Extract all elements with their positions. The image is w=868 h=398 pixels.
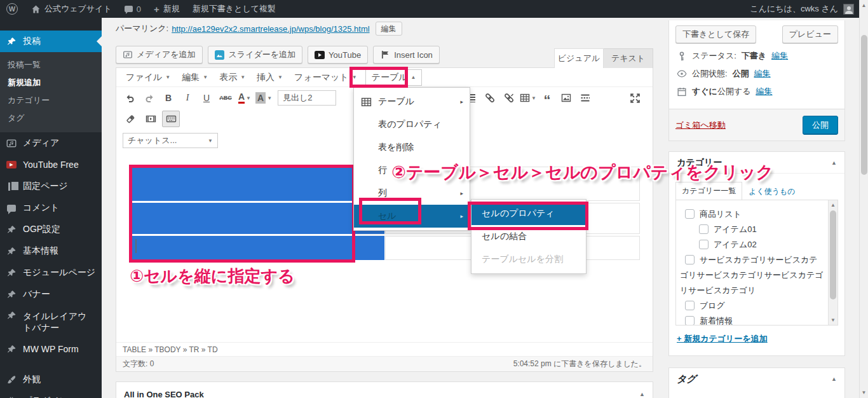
heading-format-select[interactable]: 見出し2: [278, 90, 336, 106]
menu-file[interactable]: ファイル▼: [120, 69, 176, 86]
scroll-down-icon[interactable]: ▼: [860, 390, 868, 395]
user-greeting[interactable]: こんにちは、cwks さん: [750, 3, 838, 15]
category-checkbox-item[interactable]: アイテム01: [680, 222, 825, 237]
sidebar-item-add-new[interactable]: 新規追加: [0, 74, 102, 92]
permalink-url[interactable]: http://ae129ev2x2.smartrelease.jp/wps/bl…: [172, 24, 369, 34]
insert-link-button[interactable]: [481, 90, 499, 106]
insert-image-button[interactable]: [557, 90, 575, 106]
undo-button[interactable]: [121, 90, 139, 106]
tab-visual[interactable]: ビジュアル: [554, 48, 604, 68]
sidebar-item-tile-layout-banner[interactable]: タイルレイアウトバナー: [0, 305, 102, 338]
strikethrough-button[interactable]: ABC: [217, 90, 234, 106]
scrollbar-thumb[interactable]: [830, 210, 836, 299]
fullscreen-button[interactable]: [626, 90, 644, 106]
checkbox-icon[interactable]: [699, 240, 709, 249]
sidebar-item-basic-info[interactable]: 基本情報: [0, 240, 102, 262]
collapse-toggle-icon[interactable]: ▲: [831, 160, 837, 166]
category-checkbox-item[interactable]: サービスカテゴリサービスカテゴリサービスカテゴリサービスカテゴリサービスカテゴリ: [680, 252, 825, 298]
tab-all-categories[interactable]: カテゴリー一覧: [675, 182, 742, 200]
sidebar-item-comments[interactable]: コメント: [0, 197, 102, 219]
add-new-category-link[interactable]: + 新規カテゴリーを追加: [677, 334, 768, 343]
checkbox-icon[interactable]: [685, 255, 695, 264]
wordpress-menu[interactable]: W: [0, 0, 24, 18]
blockquote-button[interactable]: “: [538, 90, 556, 106]
edit-status-link[interactable]: 編集: [771, 50, 788, 62]
checkbox-icon[interactable]: [699, 224, 709, 234]
page-scrollbar[interactable]: ▲ ▼: [859, 0, 868, 398]
background-color-button[interactable]: A▼: [255, 90, 273, 106]
user-avatar[interactable]: [843, 4, 854, 15]
insert-icon-button[interactable]: Insert Icon: [373, 46, 440, 64]
sidebar-item-post-list[interactable]: 投稿一覧: [0, 56, 102, 74]
remove-link-button[interactable]: [500, 90, 518, 106]
checkbox-icon[interactable]: [685, 316, 695, 326]
redo-button[interactable]: [140, 90, 158, 106]
menu-view[interactable]: 表示▼: [214, 69, 251, 86]
italic-button[interactable]: I: [179, 90, 196, 106]
add-media-button[interactable]: メディアを追加: [116, 46, 203, 64]
menu-edit[interactable]: 編集▼: [176, 69, 214, 86]
new-content-menu[interactable]: + 新規: [147, 0, 186, 18]
sidebar-item-module-page[interactable]: モジュールページ: [0, 262, 102, 284]
checkbox-icon[interactable]: [685, 209, 695, 219]
edit-schedule-link[interactable]: 編集: [756, 86, 773, 97]
menu-item-split-cells[interactable]: テーブルセルを分割: [471, 248, 586, 271]
table-cell-selected-r1c1[interactable]: [130, 167, 384, 201]
remove-format-button[interactable]: [121, 111, 139, 127]
scrollbar-thumb[interactable]: [861, 35, 867, 175]
sidebar-item-mw-wp-form[interactable]: MW WP Form: [0, 338, 102, 360]
edit-visibility-link[interactable]: 編集: [754, 68, 771, 79]
sidebar-item-media[interactable]: メディア: [0, 132, 102, 154]
preview-button[interactable]: プレビュー: [782, 25, 838, 43]
publish-button[interactable]: 公開: [803, 116, 838, 135]
bold-button[interactable]: B: [159, 90, 177, 106]
category-checkbox-item[interactable]: ブログ: [680, 298, 825, 313]
save-draft-button[interactable]: 下書きとして保存: [675, 25, 756, 43]
category-checkbox-item[interactable]: 商品リスト: [680, 207, 825, 222]
sidebar-item-appearance[interactable]: 外観: [0, 369, 102, 390]
youtube-button[interactable]: YouTube: [308, 46, 368, 64]
menu-item-cell-properties[interactable]: セルのプロパティ: [471, 202, 586, 225]
tab-text[interactable]: テキスト: [604, 48, 653, 68]
style-select[interactable]: チャットス...▼: [123, 133, 218, 148]
scroll-down-icon[interactable]: ▼: [829, 317, 837, 323]
sidebar-item-banner[interactable]: バナー: [0, 284, 102, 305]
menu-format[interactable]: フォーマット▼: [288, 69, 363, 86]
table-cell-selected-r3c1[interactable]: [130, 236, 384, 260]
menu-table[interactable]: テーブル▲: [365, 69, 423, 86]
sidebar-item-posts[interactable]: 投稿: [0, 31, 102, 52]
duplicate-draft-link[interactable]: 新規下書きとして複製: [186, 0, 282, 18]
text-color-button[interactable]: A▼: [236, 90, 254, 106]
menu-insert[interactable]: 挿入▼: [251, 69, 288, 86]
video-button[interactable]: [142, 111, 159, 127]
menu-item-column[interactable]: 列▸: [354, 182, 470, 205]
toolbar-toggle-button[interactable]: [162, 111, 180, 127]
permalink-edit-button[interactable]: 編集: [376, 22, 402, 36]
category-checkbox-item[interactable]: アイテム02: [680, 237, 825, 252]
site-link[interactable]: 公式ウェブサイト: [24, 0, 118, 18]
sidebar-item-plugins[interactable]: プラグイン: [0, 390, 102, 398]
checkbox-icon[interactable]: [685, 301, 695, 310]
comments-indicator[interactable]: 0: [118, 0, 147, 18]
sidebar-item-tags[interactable]: タグ: [0, 109, 102, 127]
tab-most-used[interactable]: よく使うもの: [742, 183, 801, 200]
table-button[interactable]: ▼: [519, 90, 537, 106]
move-to-trash-link[interactable]: ゴミ箱へ移動: [675, 120, 726, 131]
collapse-toggle-icon[interactable]: ▲: [639, 391, 645, 397]
read-more-button[interactable]: [576, 90, 594, 106]
underline-button[interactable]: U: [198, 90, 215, 106]
sidebar-item-ogp[interactable]: OGP設定: [0, 219, 102, 240]
sidebar-item-pages[interactable]: 固定ページ: [0, 175, 102, 197]
add-slider-button[interactable]: スライダーを追加: [208, 46, 303, 64]
category-scrollbar[interactable]: ▲ ▼: [828, 200, 837, 325]
collapse-toggle-icon[interactable]: ▲: [831, 376, 837, 382]
scroll-up-icon[interactable]: ▲: [829, 202, 837, 208]
menu-item-table-properties[interactable]: 表のプロパティ: [354, 113, 470, 136]
scroll-up-icon[interactable]: ▲: [860, 3, 868, 8]
table-cell-selected-r2c1[interactable]: [130, 203, 384, 234]
sidebar-item-categories[interactable]: カテゴリー: [0, 92, 102, 109]
sidebar-item-youtube-free[interactable]: ▶ YouTube Free: [0, 154, 102, 175]
menu-item-insert-table[interactable]: テーブル ▸: [354, 90, 470, 113]
category-checkbox-item[interactable]: 新着情報: [680, 313, 825, 326]
element-path-bar[interactable]: TABLE » TBODY » TR » TD: [116, 342, 653, 356]
